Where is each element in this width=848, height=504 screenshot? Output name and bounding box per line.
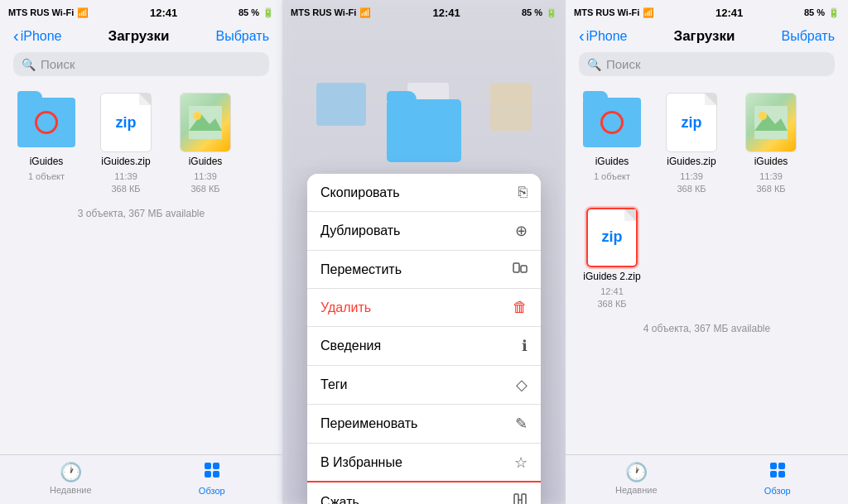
bottom-bar-left: 🕐 Недавние Обзор bbox=[0, 454, 282, 504]
select-button-right[interactable]: Выбрать bbox=[782, 29, 835, 44]
file-meta-2-right: 11:39368 КБ bbox=[756, 170, 785, 194]
battery-mid: 85 % bbox=[522, 7, 542, 17]
svg-rect-17 bbox=[770, 471, 777, 478]
zip-icon-wrap-left: zip bbox=[96, 93, 156, 152]
recent-icon-right: 🕐 bbox=[625, 462, 648, 483]
file-meta-0-right: 1 объект bbox=[594, 170, 630, 182]
file-item-zip-right[interactable]: zip iGuides.zip 11:39368 КБ bbox=[658, 93, 725, 194]
back-button-left[interactable]: ‹ iPhone bbox=[13, 26, 62, 46]
nav-bar-left: ‹ iPhone Загрузки Выбрать bbox=[0, 23, 282, 52]
svg-rect-7 bbox=[513, 263, 519, 272]
wifi-icon-mid: 📶 bbox=[359, 7, 371, 18]
time-mid: 12:41 bbox=[433, 7, 460, 19]
wifi-icon-left: 📶 bbox=[77, 7, 89, 18]
menu-item-delete[interactable]: Удалить 🗑 bbox=[307, 289, 541, 327]
zip-icon-right: zip bbox=[666, 93, 717, 152]
menu-item-rename[interactable]: Переименовать ✎ bbox=[307, 405, 541, 444]
time-left: 12:41 bbox=[150, 7, 177, 19]
status-left: MTS RUS Wi-Fi 📶 bbox=[8, 7, 89, 18]
file-item-folder-right[interactable]: iGuides 1 объект bbox=[579, 93, 645, 194]
nav-bar-right: ‹ iPhone Загрузки Выбрать bbox=[566, 23, 848, 52]
battery-icon-right: 🔋 bbox=[828, 7, 840, 18]
copy-icon: ⎘ bbox=[518, 184, 528, 201]
tags-icon: ◇ bbox=[516, 376, 528, 394]
battery-icon-left: 🔋 bbox=[263, 7, 274, 18]
menu-item-info[interactable]: Сведения ℹ bbox=[307, 327, 541, 366]
menu-item-compress[interactable]: Сжать bbox=[307, 481, 541, 504]
svg-rect-16 bbox=[778, 463, 785, 469]
file-item-img-right[interactable]: iGuides 11:39368 КБ bbox=[738, 93, 804, 194]
svg-rect-4 bbox=[213, 463, 219, 469]
status-left-right: MTS RUS Wi-Fi 📶 bbox=[574, 7, 654, 18]
battery-icon-mid: 🔋 bbox=[546, 7, 557, 18]
status-bar-left: MTS RUS Wi-Fi 📶 12:41 85 % 🔋 bbox=[0, 0, 282, 23]
file-name-0-right: iGuides bbox=[595, 156, 629, 167]
move-icon bbox=[513, 261, 528, 278]
img-icon-left bbox=[180, 93, 231, 152]
img-icon-wrap-left bbox=[176, 93, 235, 152]
browse-icon-left bbox=[203, 461, 221, 484]
svg-rect-6 bbox=[213, 471, 219, 478]
img-thumbnail-right bbox=[746, 94, 796, 151]
back-button-right[interactable]: ‹ iPhone bbox=[579, 26, 628, 46]
svg-rect-5 bbox=[205, 471, 211, 478]
compress-icon bbox=[513, 492, 528, 504]
svg-point-14 bbox=[759, 112, 767, 120]
menu-label-compress: Сжать bbox=[320, 495, 359, 505]
zip-icon-wrap-right: zip bbox=[662, 93, 721, 152]
tab-browse-left[interactable]: Обзор bbox=[179, 461, 245, 496]
tab-recent-right[interactable]: 🕐 Недавние bbox=[603, 462, 669, 495]
menu-item-copy[interactable]: Скопировать ⎘ bbox=[307, 174, 541, 212]
left-panel: MTS RUS Wi-Fi 📶 12:41 85 % 🔋 ‹ iPhone За… bbox=[0, 0, 282, 504]
favorites-icon: ☆ bbox=[514, 454, 528, 472]
menu-label-copy: Скопировать bbox=[320, 185, 400, 200]
folder-preview-icon bbox=[387, 99, 461, 162]
search-placeholder-right: Поиск bbox=[606, 57, 641, 71]
bg-item-3 bbox=[490, 83, 532, 131]
svg-rect-10 bbox=[522, 494, 526, 504]
menu-label-delete: Удалить bbox=[320, 300, 371, 315]
tab-recent-label-left: Недавние bbox=[50, 485, 92, 495]
img-icon-right bbox=[745, 93, 797, 152]
carrier-left: MTS RUS Wi-Fi bbox=[8, 7, 74, 17]
tab-recent-left[interactable]: 🕐 Недавние bbox=[37, 462, 104, 495]
file-grid-right: iGuides 1 объект zip iGuides.zip 11:3936… bbox=[566, 86, 848, 316]
carrier-mid: MTS RUS Wi-Fi bbox=[291, 7, 356, 17]
file-name-3-right: iGuides 2.zip bbox=[583, 271, 640, 282]
rename-icon: ✎ bbox=[515, 415, 528, 433]
svg-point-2 bbox=[193, 112, 201, 120]
browse-icon-right bbox=[768, 461, 787, 484]
search-bar-right[interactable]: 🔍 Поиск bbox=[579, 52, 835, 76]
menu-label-rename: Переименовать bbox=[320, 416, 417, 431]
file-item-folder-left[interactable]: iGuides 1 объект bbox=[13, 93, 80, 194]
file-meta-3-right: 12:41368 КБ bbox=[597, 286, 626, 310]
status-bar-right: MTS RUS Wi-Fi 📶 12:41 85 % 🔋 bbox=[566, 0, 848, 23]
file-item-img-left[interactable]: iGuides 11:39368 КБ bbox=[172, 93, 238, 194]
file-name-2-left: iGuides bbox=[189, 156, 223, 167]
select-button-left[interactable]: Выбрать bbox=[216, 29, 269, 44]
file-item-zip-left[interactable]: zip iGuides.zip 11:39368 КБ bbox=[93, 93, 159, 194]
zip2-label-right: zip bbox=[602, 228, 623, 246]
svg-rect-18 bbox=[778, 471, 785, 478]
menu-label-favorites: В Избранные bbox=[320, 455, 402, 470]
menu-label-move: Переместить bbox=[320, 262, 402, 277]
search-bar-left[interactable]: 🔍 Поиск bbox=[13, 52, 269, 76]
delete-icon: 🗑 bbox=[513, 299, 528, 316]
file-item-zip2-right[interactable]: zip iGuides 2.zip 12:41368 КБ bbox=[579, 208, 645, 310]
img-icon-wrap-right bbox=[741, 93, 801, 152]
svg-rect-8 bbox=[521, 266, 527, 272]
menu-item-duplicate[interactable]: Дублировать ⊕ bbox=[307, 212, 541, 251]
status-bar-middle: MTS RUS Wi-Fi 📶 12:41 85 % 🔋 bbox=[282, 0, 566, 23]
file-name-1-left: iGuides.zip bbox=[101, 156, 150, 167]
zip-icon-left: zip bbox=[100, 93, 152, 152]
battery-left: 85 % bbox=[238, 7, 259, 17]
menu-label-info: Сведения bbox=[320, 338, 381, 353]
menu-item-favorites[interactable]: В Избранные ☆ bbox=[307, 444, 541, 482]
menu-item-tags[interactable]: Теги ◇ bbox=[307, 366, 541, 405]
img-thumbnail-left bbox=[181, 94, 230, 151]
tab-browse-label-right: Обзор bbox=[764, 486, 791, 496]
tab-browse-right[interactable]: Обзор bbox=[744, 461, 811, 496]
menu-item-move[interactable]: Переместить bbox=[307, 251, 541, 289]
storage-info-right: 4 объекта, 367 МБ available bbox=[566, 316, 848, 391]
red-circle-icon bbox=[35, 111, 58, 134]
